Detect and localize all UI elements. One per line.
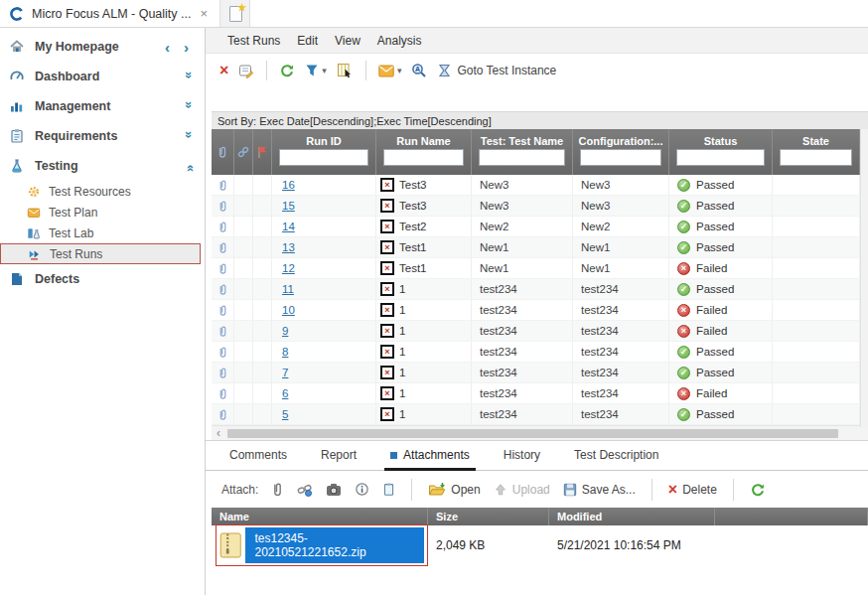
filter-button[interactable]: ▾	[305, 64, 327, 77]
run-row[interactable]: 9 ×1 test234 test234 Failed	[212, 321, 860, 342]
upload-attachment-button[interactable]: Upload	[494, 483, 550, 497]
run-row[interactable]: 14 ×Test2 New2 New2 Passed	[212, 217, 860, 237]
expand-section-icon[interactable]: »	[182, 130, 197, 141]
status-filter-input[interactable]	[676, 149, 765, 166]
attach-clipboard-button[interactable]	[382, 482, 395, 497]
sidebar-item-defects[interactable]: Defects	[0, 264, 205, 294]
vertical-scrollbar[interactable]	[860, 129, 868, 427]
run-type-icon: ×	[380, 303, 394, 317]
select-columns-icon	[337, 63, 354, 78]
sidebar-item-test-runs[interactable]: Test Runs	[0, 243, 201, 264]
collapse-section-icon[interactable]: »	[182, 160, 197, 171]
delete-run-button[interactable]: ×	[219, 63, 228, 78]
menu-test-runs[interactable]: Test Runs	[227, 34, 280, 48]
run-id-link[interactable]: 6	[272, 387, 288, 399]
app-tab[interactable]: Micro Focus ALM - Quality ... ×	[0, 0, 220, 27]
attachment-file-name[interactable]: tes12345-20210521221652.zip	[245, 527, 424, 563]
column-header-size[interactable]: Size	[428, 508, 549, 525]
run-row[interactable]: 11 ×1 test234 test234 Passed	[212, 279, 860, 300]
run-row[interactable]: 13 ×Test1 New1 New1 Passed	[212, 237, 860, 258]
sidebar-item-dashboard[interactable]: Dashboard »	[0, 62, 205, 91]
send-mail-button[interactable]: ▾	[378, 65, 402, 77]
scrollbar-thumb[interactable]	[227, 429, 838, 438]
column-header-run-id[interactable]: Run ID	[272, 129, 376, 175]
menu-edit[interactable]: Edit	[297, 34, 318, 48]
sidebar-item-test-lab[interactable]: Test Lab	[0, 223, 205, 243]
configuration-filter-input[interactable]	[580, 149, 661, 166]
linked-entities-column-header[interactable]	[234, 129, 253, 175]
nav-back-icon[interactable]: ‹	[165, 39, 170, 56]
attach-snapshot-button[interactable]	[326, 483, 342, 497]
find-button[interactable]: A	[411, 63, 427, 78]
refresh-button[interactable]	[279, 63, 295, 78]
tab-history[interactable]: History	[502, 442, 542, 470]
tab-attachments[interactable]: Attachments	[388, 442, 472, 470]
sidebar-item-testing[interactable]: Testing »	[0, 151, 205, 181]
select-columns-button[interactable]	[337, 63, 354, 78]
run-id-link[interactable]: 9	[272, 325, 288, 337]
column-header-modified[interactable]: Modified	[549, 508, 715, 525]
run-row[interactable]: 5 ×1 test234 test234 Passed	[212, 404, 860, 425]
menu-analysis[interactable]: Analysis	[377, 34, 422, 48]
run-id-link[interactable]: 8	[272, 346, 288, 358]
column-header-state[interactable]: State	[773, 129, 860, 175]
column-header-configuration[interactable]: Configuration:...	[573, 129, 669, 175]
paperclip-icon	[217, 346, 228, 359]
run-row[interactable]: 10 ×1 test234 test234 Failed	[212, 300, 860, 321]
sidebar-item-management[interactable]: Management »	[0, 91, 205, 121]
run-row[interactable]: 15 ×Test3 New3 New3 Passed	[212, 196, 860, 217]
run-id-link[interactable]: 14	[272, 221, 295, 232]
save-as-button[interactable]: Save As...	[563, 483, 636, 497]
attach-url-button[interactable]	[297, 483, 313, 497]
run-id-link[interactable]: 15	[272, 200, 295, 212]
run-row[interactable]: 6 ×1 test234 test234 Failed	[212, 383, 860, 404]
run-id-link[interactable]: 5	[272, 408, 288, 420]
run-id-link[interactable]: 12	[272, 262, 295, 274]
tab-comments[interactable]: Comments	[227, 442, 289, 470]
nav-forward-icon[interactable]: ›	[184, 39, 189, 56]
tab-test-description[interactable]: Test Description	[572, 442, 660, 470]
attach-system-info-button[interactable]	[355, 482, 369, 497]
column-header-run-name[interactable]: Run Name	[376, 129, 472, 175]
sidebar-item-test-plan[interactable]: Test Plan	[0, 202, 205, 223]
attachments-column-header[interactable]	[212, 129, 234, 175]
open-attachment-button[interactable]: Open	[428, 482, 480, 497]
column-header-status[interactable]: Status	[669, 129, 773, 175]
expand-section-icon[interactable]: »	[182, 100, 197, 111]
run-id-link[interactable]: 16	[272, 179, 295, 191]
goto-test-instance-button[interactable]: Goto Test Instance	[437, 63, 556, 78]
run-type-icon: ×	[380, 220, 394, 233]
column-header-name[interactable]: Name	[212, 508, 428, 525]
expand-section-icon[interactable]: »	[182, 71, 197, 81]
run-details-button[interactable]	[238, 63, 254, 78]
state-filter-input[interactable]	[780, 149, 852, 166]
run-id-link[interactable]: 7	[272, 367, 288, 378]
refresh-attachments-button[interactable]	[750, 482, 766, 498]
run-id-link[interactable]: 10	[272, 304, 295, 316]
run-row[interactable]: 12 ×Test1 New1 New1 Failed	[212, 258, 860, 279]
tab-close-icon[interactable]: ×	[198, 6, 210, 21]
horizontal-scrollbar[interactable]: ‹	[212, 425, 868, 440]
column-header-test-name[interactable]: Test: Test Name	[472, 129, 573, 175]
goto-test-instance-label: Goto Test Instance	[457, 64, 556, 77]
test-name-filter-input[interactable]	[479, 149, 565, 166]
sidebar-item-test-resources[interactable]: Test Resources	[0, 181, 205, 202]
delete-attachment-button[interactable]: × Delete	[668, 482, 717, 498]
status-icon	[677, 241, 690, 254]
run-id-filter-input[interactable]	[279, 149, 368, 166]
run-row[interactable]: 16 ×Test3 New3 New3 Passed	[212, 175, 860, 196]
attachment-row[interactable]: tes12345-20210521221652.zip 2,049 KB 5/2…	[212, 525, 868, 565]
sidebar-item-requirements[interactable]: Requirements »	[0, 121, 205, 151]
tab-report[interactable]: Report	[319, 442, 359, 470]
run-row[interactable]: 7 ×1 test234 test234 Passed	[212, 363, 860, 383]
run-name-filter-input[interactable]	[383, 149, 464, 166]
new-tab-button[interactable]	[220, 0, 250, 27]
scroll-left-icon[interactable]: ‹	[212, 426, 225, 440]
menu-view[interactable]: View	[335, 34, 361, 48]
run-row[interactable]: 8 ×1 test234 test234 Passed	[212, 342, 860, 363]
run-id-link[interactable]: 13	[272, 241, 295, 253]
sidebar-item-my-homepage[interactable]: My Homepage ‹ ›	[0, 32, 205, 62]
attach-file-button[interactable]	[271, 482, 284, 497]
follow-up-flag-column-header[interactable]	[253, 129, 272, 175]
run-id-link[interactable]: 11	[272, 283, 294, 295]
